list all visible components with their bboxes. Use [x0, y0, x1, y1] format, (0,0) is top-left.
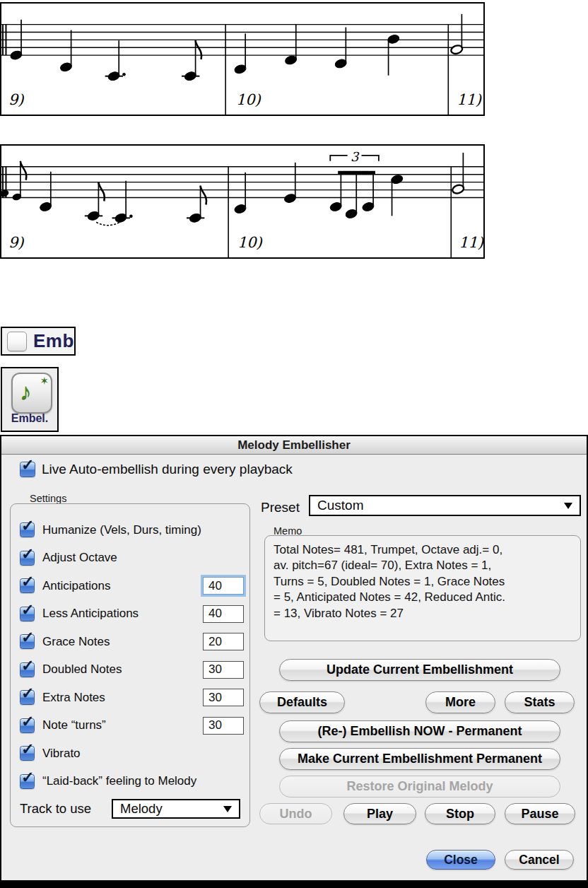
field-less-anticipations[interactable] — [203, 605, 244, 623]
svg-text:10): 10) — [236, 91, 261, 108]
setting-label-note-turns: Note “turns” — [42, 718, 106, 732]
svg-text:10): 10) — [237, 234, 263, 251]
melody-embellisher-dialog: Melody Embellisher Live Auto-embellish d… — [0, 435, 588, 888]
setting-label-anticipations: Anticipations — [42, 579, 110, 593]
chevron-down-icon — [223, 806, 232, 812]
setting-label-grace-notes: Grace Notes — [42, 635, 110, 649]
settings-group-label: Settings — [30, 493, 66, 504]
checkbox-doubled-notes[interactable] — [20, 662, 35, 677]
stop-button[interactable]: Stop — [425, 803, 495, 824]
live-autoembellish-label: Live Auto-embellish during every playbac… — [42, 462, 293, 477]
play-button[interactable]: Play — [343, 803, 416, 824]
undo-button: Undo — [259, 803, 332, 824]
svg-text:9): 9) — [8, 234, 24, 251]
pause-button[interactable]: Pause — [505, 803, 575, 824]
checkbox-humanize-vels-durs-timing[interactable] — [20, 522, 35, 537]
checkbox-less-anticipations[interactable] — [20, 607, 35, 621]
setting-row: “Laid-back” feeling to Melody — [20, 768, 246, 796]
more-button[interactable]: More — [425, 691, 495, 713]
dialog-titlebar: Melody Embellisher — [1, 436, 587, 455]
embel-label: Embel. — [2, 412, 57, 425]
setting-row: Doubled Notes — [20, 656, 246, 684]
svg-text:11): 11) — [459, 234, 483, 251]
field-note-turns[interactable] — [203, 717, 244, 735]
preset-select-value: Custom — [317, 498, 363, 513]
emb-label: Emb — [33, 330, 74, 352]
checkbox-grace-notes[interactable] — [20, 634, 35, 649]
notation-original-svg: 9)10)11) — [1, 4, 483, 115]
checkbox-note-turns[interactable] — [20, 718, 35, 733]
music-note-icon — [20, 378, 32, 405]
checkbox-anticipations[interactable] — [20, 578, 35, 593]
track-to-use-label: Track to use — [20, 801, 91, 817]
chevron-down-icon — [564, 503, 572, 509]
notation-embellished-melody: 9)10)11)3 — [0, 144, 485, 259]
track-select-value: Melody — [120, 801, 163, 817]
close-button[interactable]: Close — [426, 850, 495, 870]
setting-label-vibrato: Vibrato — [42, 747, 81, 761]
preset-label: Preset — [261, 500, 300, 515]
defaults-button[interactable]: Defaults — [259, 691, 345, 713]
live-autoembellish-row: Live Auto-embellish during every playbac… — [20, 462, 293, 477]
notation-original-melody: 9)10)11) — [0, 2, 485, 116]
stats-button[interactable]: Stats — [505, 691, 575, 713]
setting-row: Vibrato — [20, 740, 246, 768]
emb-checkbox[interactable] — [7, 332, 27, 351]
live-autoembellish-checkbox[interactable] — [20, 462, 35, 477]
embellisher-button[interactable] — [11, 373, 52, 414]
field-anticipations[interactable] — [203, 577, 244, 595]
embel-toolbar-snippet: Embel. — [1, 367, 59, 432]
track-select[interactable]: Melody — [112, 799, 240, 819]
setting-label-laid-back-feeling-to-melody: “Laid-back” feeling to Melody — [42, 774, 196, 788]
setting-row: Note “turns” — [20, 712, 246, 740]
setting-row: Anticipations — [20, 572, 246, 600]
setting-label-doubled-notes: Doubled Notes — [42, 662, 122, 677]
make-current-embellishment-permanent-button[interactable]: Make Current Embellishment Permanent — [279, 748, 560, 770]
notation-embellished-svg: 9)10)11)3 — [1, 146, 483, 257]
setting-row: Adjust Octave — [20, 544, 246, 573]
svg-text:11): 11) — [457, 91, 482, 108]
update-current-embellishment-button[interactable]: Update Current Embellishment — [279, 659, 560, 681]
reembellish-now-permanent-button[interactable]: (Re-) Embellish NOW - Permanent — [279, 720, 560, 742]
memo-box: Total Notes= 481, Trumpet, Octave adj.= … — [264, 535, 581, 641]
field-grace-notes[interactable] — [203, 633, 244, 650]
checkbox-vibrato[interactable] — [20, 746, 35, 761]
sparkle-icon — [40, 375, 49, 387]
setting-row: Humanize (Vels, Durs, timing) — [20, 516, 246, 544]
checkbox-extra-notes[interactable] — [20, 690, 35, 705]
settings-groupbox: Humanize (Vels, Durs, timing)Adjust Octa… — [10, 503, 250, 827]
svg-text:9): 9) — [8, 91, 24, 108]
checkbox-laid-back-feeling-to-melody[interactable] — [20, 774, 35, 789]
setting-label-extra-notes: Extra Notes — [42, 691, 105, 705]
cancel-button[interactable]: Cancel — [505, 850, 574, 870]
preset-select[interactable]: Custom — [309, 495, 581, 516]
restore-original-melody-button: Restore Original Melody — [279, 776, 560, 798]
field-doubled-notes[interactable] — [203, 661, 244, 679]
emb-toolbar-snippet: Emb — [1, 327, 76, 356]
setting-row: Extra Notes — [20, 684, 246, 712]
setting-row: Less Anticipations — [20, 600, 246, 629]
settings-rows: Humanize (Vels, Durs, timing)Adjust Octa… — [20, 516, 246, 795]
setting-row: Grace Notes — [20, 628, 246, 656]
setting-label-adjust-octave: Adjust Octave — [42, 551, 117, 565]
setting-label-humanize-vels-durs-timing: Humanize (Vels, Durs, timing) — [42, 523, 201, 537]
field-extra-notes[interactable] — [203, 689, 244, 706]
svg-text:3: 3 — [351, 149, 360, 164]
checkbox-adjust-octave[interactable] — [20, 551, 35, 566]
setting-label-less-anticipations: Less Anticipations — [42, 607, 139, 621]
dialog-title: Melody Embellisher — [237, 438, 351, 452]
